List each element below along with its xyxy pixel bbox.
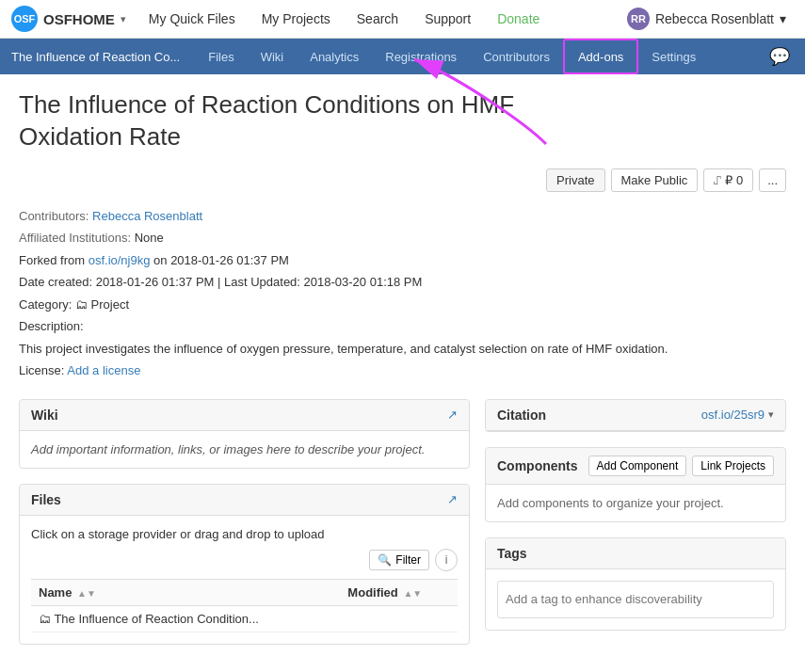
tags-panel-body <box>486 569 785 630</box>
description-label: Description: <box>19 317 786 336</box>
forked-from-line: Forked from osf.io/nj9kg on 2018-01-26 0… <box>19 251 786 270</box>
files-panel-title: Files <box>31 492 61 507</box>
contributors-name[interactable]: Rebecca Rosenblatt <box>92 209 202 223</box>
private-button[interactable]: Private <box>546 168 604 192</box>
nav-my-quick-files[interactable]: My Quick Files <box>137 0 247 39</box>
components-empty: Add components to organize your project. <box>497 496 774 510</box>
sub-navbar: The Influence of Reaction Co... Files Wi… <box>0 39 805 74</box>
components-panel: Components Add Component Link Projects A… <box>485 447 786 522</box>
make-public-button[interactable]: Make Public <box>611 168 699 192</box>
file-name: The Influence of Reaction Condition... <box>54 612 259 626</box>
nav-search[interactable]: Search <box>346 0 410 39</box>
citation-panel: Citation osf.io/25sr9 ▾ <box>485 399 786 432</box>
user-menu[interactable]: RR Rebecca Rosenblatt ▾ <box>620 8 794 30</box>
site-name: OSFHOME <box>43 11 115 27</box>
col-name-header[interactable]: Name ▲▼ <box>31 579 340 605</box>
nav-donate[interactable]: Donate <box>486 0 551 39</box>
name-sort-icons: ▲▼ <box>77 588 96 599</box>
tab-files[interactable]: Files <box>195 39 247 74</box>
top-navbar: OSF OSFHOME ▾ My Quick Files My Projects… <box>0 0 805 39</box>
osf-logo: OSF <box>11 6 38 32</box>
forked-date: on 2018-01-26 01:37 PM <box>150 253 288 267</box>
tab-addons[interactable]: Add-ons <box>563 39 638 74</box>
forked-label: Forked from <box>19 253 89 267</box>
search-icon: 🔍 <box>378 553 392 567</box>
forked-link[interactable]: osf.io/nj9kg <box>89 253 151 267</box>
license-line: License: Add a license <box>19 361 786 380</box>
action-bar: Private Make Public ⑀ ₽ 0 ... <box>19 168 786 192</box>
filter-label: Filter <box>395 553 421 567</box>
right-column: Citation osf.io/25sr9 ▾ Components Add C… <box>485 399 786 660</box>
citation-panel-title: Citation <box>497 408 546 423</box>
upload-hint: Click on a storage provider or drag and … <box>31 527 458 541</box>
contributors-line: Contributors: Rebecca Rosenblatt <box>19 207 786 226</box>
affiliated-value: None <box>135 231 164 245</box>
file-modified-cell <box>340 605 458 632</box>
left-column: Wiki ↗ Add important information, links,… <box>19 399 470 660</box>
add-component-button[interactable]: Add Component <box>588 456 687 476</box>
info-button[interactable]: i <box>435 549 458 571</box>
components-buttons: Add Component Link Projects <box>588 456 774 476</box>
affiliated-line: Affiliated Institutions: None <box>19 229 786 248</box>
wiki-panel: Wiki ↗ Add important information, links,… <box>19 399 470 469</box>
tab-contributors[interactable]: Contributors <box>470 39 563 74</box>
contributors-label: Contributors: <box>19 209 89 223</box>
project-title: The Influence of Reaction Conditions on … <box>19 89 584 153</box>
wiki-panel-body: Add important information, links, or ima… <box>20 431 469 468</box>
citation-panel-header: Citation osf.io/25sr9 ▾ <box>486 400 785 431</box>
tab-registrations[interactable]: Registrations <box>372 39 470 74</box>
dates-line: Date created: 2018-01-26 01:37 PM | Last… <box>19 273 786 292</box>
tags-input[interactable] <box>497 581 774 618</box>
user-avatar: RR <box>627 8 650 30</box>
components-panel-title: Components <box>497 458 578 473</box>
files-panel-body: Click on a storage provider or drag and … <box>20 516 469 644</box>
tags-panel: Tags <box>485 537 786 631</box>
user-caret: ▾ <box>780 11 786 26</box>
wiki-external-link[interactable]: ↗ <box>447 408 458 422</box>
files-panel: Files ↗ Click on a storage provider or d… <box>19 484 470 645</box>
files-toolbar: 🔍 Filter i <box>31 549 458 571</box>
affiliated-label: Affiliated Institutions: <box>19 231 131 245</box>
chat-icon[interactable]: 💬 <box>762 46 797 67</box>
filter-button[interactable]: 🔍 Filter <box>369 550 429 570</box>
citation-link[interactable]: osf.io/25sr9 <box>701 408 765 422</box>
components-panel-body: Add components to organize your project. <box>486 485 785 521</box>
wiki-panel-header: Wiki ↗ <box>20 400 469 431</box>
files-external-link[interactable]: ↗ <box>447 492 458 506</box>
forks-button[interactable]: ⑀ ₽ 0 <box>703 168 753 192</box>
files-table: Name ▲▼ Modified ▲▼ <box>31 579 458 632</box>
wiki-placeholder: Add important information, links, or ima… <box>31 442 458 456</box>
two-col-layout: Wiki ↗ Add important information, links,… <box>19 399 786 660</box>
tab-wiki[interactable]: Wiki <box>248 39 298 74</box>
files-panel-header: Files ↗ <box>20 485 469 516</box>
nav-my-projects[interactable]: My Projects <box>250 0 342 39</box>
fork-icon: ⑀ <box>714 173 721 187</box>
fork-count: ₽ 0 <box>725 173 743 187</box>
description-text: This project investigates the influence … <box>19 340 786 359</box>
tab-analytics[interactable]: Analytics <box>297 39 372 74</box>
sub-tabs: Files Wiki Analytics Registrations Contr… <box>195 39 709 74</box>
file-name-cell: 🗂 The Influence of Reaction Condition... <box>31 605 340 632</box>
file-icon: 🗂 <box>39 612 51 626</box>
more-button[interactable]: ... <box>759 168 786 192</box>
components-panel-header: Components Add Component Link Projects <box>486 448 785 485</box>
citation-caret[interactable]: ▾ <box>768 408 774 421</box>
project-nav-title[interactable]: The Influence of Reaction Co... <box>11 50 191 64</box>
nav-support[interactable]: Support <box>413 0 482 39</box>
main-content: The Influence of Reaction Conditions on … <box>0 74 805 672</box>
license-label: License: <box>19 363 64 377</box>
logo-dropdown-caret: ▾ <box>121 13 126 25</box>
link-projects-button[interactable]: Link Projects <box>692 456 774 476</box>
modified-sort-icons: ▲▼ <box>403 588 422 599</box>
col-modified-header[interactable]: Modified ▲▼ <box>340 579 458 605</box>
tags-panel-title: Tags <box>497 546 527 561</box>
content-wrapper: The Influence of Reaction Conditions on … <box>19 89 786 660</box>
tags-panel-header: Tags <box>486 538 785 569</box>
table-row[interactable]: 🗂 The Influence of Reaction Condition... <box>31 605 458 632</box>
license-link[interactable]: Add a license <box>67 363 140 377</box>
project-metadata: Contributors: Rebecca Rosenblatt Affilia… <box>19 207 786 380</box>
logo-area[interactable]: OSF OSFHOME ▾ <box>11 6 126 32</box>
wiki-panel-title: Wiki <box>31 408 58 423</box>
category-line: Category: 🗂 Project <box>19 296 786 314</box>
tab-settings[interactable]: Settings <box>638 39 709 74</box>
